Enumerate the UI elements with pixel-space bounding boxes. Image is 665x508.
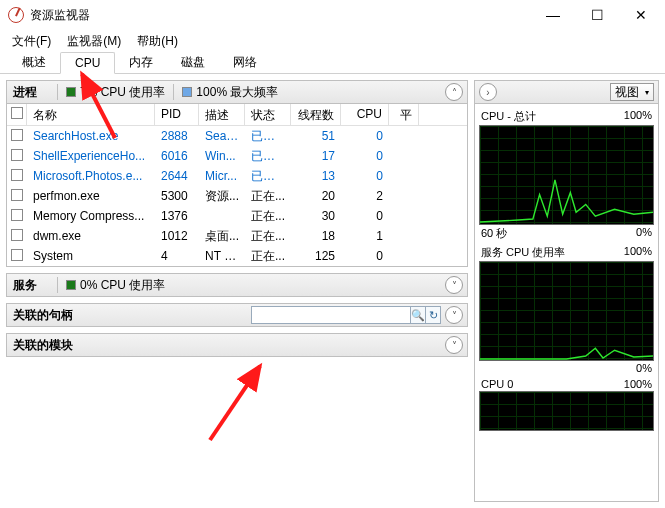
refresh-icon: ↻	[429, 309, 438, 322]
cell-pid: 1376	[155, 206, 199, 226]
chart-foot-right: 0%	[636, 362, 652, 374]
table-row[interactable]: System4NT K...正在...1250	[7, 246, 467, 266]
cell-status: 正在...	[245, 245, 291, 268]
cell-threads: 17	[291, 146, 341, 166]
cpu-usage-icon	[66, 87, 76, 97]
table-row[interactable]: dwm.exe1012桌面...正在...181	[7, 226, 467, 246]
handles-header[interactable]: 关联的句柄 🔍 ↻ ˅	[6, 303, 468, 327]
cell-name: Microsoft.Photos.e...	[27, 166, 155, 186]
tab-memory[interactable]: 内存	[115, 51, 167, 74]
services-title: 服务	[13, 277, 37, 294]
services-usage-icon	[66, 280, 76, 290]
table-row[interactable]: SearchHost.exe2888Sear...已暂停510	[7, 126, 467, 146]
charts-expand-button[interactable]: ›	[479, 83, 497, 101]
search-button[interactable]: 🔍	[411, 306, 426, 324]
cell-name: SearchHost.exe	[27, 126, 155, 146]
tab-network[interactable]: 网络	[219, 51, 271, 74]
title-bar: 资源监视器 — ☐ ✕	[0, 0, 665, 30]
cell-threads: 30	[291, 206, 341, 226]
cell-threads: 13	[291, 166, 341, 186]
row-checkbox[interactable]	[11, 209, 23, 221]
minimize-button[interactable]: —	[531, 0, 575, 30]
chart-max-label: 100%	[624, 109, 652, 124]
chart-title-label: CPU - 总计	[481, 109, 536, 124]
table-row[interactable]: Memory Compress...1376正在...300	[7, 206, 467, 226]
cell-cpu: 1	[341, 226, 389, 246]
cell-name: ShellExperienceHo...	[27, 146, 155, 166]
row-checkbox[interactable]	[11, 249, 23, 261]
chevron-down-icon: ˅	[452, 280, 457, 291]
chart-max-label: 100%	[624, 245, 652, 260]
cell-desc	[199, 213, 245, 219]
handles-collapse-button[interactable]: ˅	[445, 306, 463, 324]
cell-desc: NT K...	[199, 246, 245, 266]
close-button[interactable]: ✕	[619, 0, 663, 30]
col-pid[interactable]: PID	[155, 104, 199, 125]
col-name[interactable]: 名称	[27, 104, 155, 125]
refresh-button[interactable]: ↻	[426, 306, 441, 324]
cell-threads: 51	[291, 126, 341, 146]
chevron-down-icon: ˅	[452, 340, 457, 351]
col-cpu[interactable]: CPU	[341, 104, 389, 125]
cpu-maxfreq-label: 100% 最大频率	[196, 84, 278, 101]
chevron-right-icon: ›	[486, 87, 489, 98]
tab-bar: 概述 CPU 内存 磁盘 网络	[0, 52, 665, 74]
tab-disk[interactable]: 磁盘	[167, 51, 219, 74]
col-avg[interactable]: 平	[389, 104, 419, 125]
menu-help[interactable]: 帮助(H)	[129, 31, 186, 52]
cell-avg	[389, 253, 419, 259]
cell-avg	[389, 233, 419, 239]
chart-foot-left: 60 秒	[481, 226, 507, 241]
chart-cpu-total: CPU - 总计100% 60 秒0%	[479, 108, 654, 242]
maximize-button[interactable]: ☐	[575, 0, 619, 30]
dropdown-icon: ▾	[645, 88, 649, 97]
services-header[interactable]: 服务 0% CPU 使用率 ˅	[6, 273, 468, 297]
tab-cpu[interactable]: CPU	[60, 52, 115, 74]
chart-title-label: CPU 0	[481, 378, 513, 390]
row-checkbox[interactable]	[11, 149, 23, 161]
cell-pid: 4	[155, 246, 199, 266]
cell-cpu: 0	[341, 246, 389, 266]
cpu-maxfreq-icon	[182, 87, 192, 97]
cell-avg	[389, 133, 419, 139]
charts-toolbar: › 视图 ▾	[474, 80, 659, 104]
handles-search-input[interactable]	[251, 306, 411, 324]
table-row[interactable]: Microsoft.Photos.e...2644Micr...已暂停130	[7, 166, 467, 186]
col-threads[interactable]: 线程数	[291, 104, 341, 125]
cell-cpu: 0	[341, 126, 389, 146]
col-status[interactable]: 状态	[245, 104, 291, 125]
chart-foot-right: 0%	[636, 226, 652, 241]
processes-panel: 进程 7% CPU 使用率 100% 最大频率 ˄ 名称 PID 描述 状态 线…	[6, 80, 468, 267]
chart-cpu-0: CPU 0100%	[479, 377, 654, 431]
modules-header[interactable]: 关联的模块 ˅	[6, 333, 468, 357]
chart-cpu-service: 服务 CPU 使用率100% 0%	[479, 244, 654, 375]
cell-name: dwm.exe	[27, 226, 155, 246]
col-checkbox[interactable]	[7, 104, 27, 125]
chevron-up-icon: ˄	[452, 87, 457, 98]
services-collapse-button[interactable]: ˅	[445, 276, 463, 294]
table-row[interactable]: perfmon.exe5300资源...正在...202	[7, 186, 467, 206]
processes-collapse-button[interactable]: ˄	[445, 83, 463, 101]
row-checkbox[interactable]	[11, 229, 23, 241]
col-desc[interactable]: 描述	[199, 104, 245, 125]
row-checkbox[interactable]	[11, 189, 23, 201]
processes-header[interactable]: 进程 7% CPU 使用率 100% 最大频率 ˄	[6, 80, 468, 104]
cell-desc: Micr...	[199, 166, 245, 186]
chart-title-label: 服务 CPU 使用率	[481, 245, 565, 260]
cell-desc: Sear...	[199, 126, 245, 146]
modules-collapse-button[interactable]: ˅	[445, 336, 463, 354]
row-checkbox[interactable]	[11, 169, 23, 181]
cell-name: System	[27, 246, 155, 266]
cell-cpu: 0	[341, 146, 389, 166]
cell-pid: 5300	[155, 186, 199, 206]
cell-threads: 125	[291, 246, 341, 266]
services-usage-label: 0% CPU 使用率	[80, 277, 165, 294]
tab-overview[interactable]: 概述	[8, 51, 60, 74]
menu-file[interactable]: 文件(F)	[4, 31, 59, 52]
view-dropdown[interactable]: 视图 ▾	[610, 83, 654, 101]
cell-desc: 资源...	[199, 185, 245, 208]
table-row[interactable]: ShellExperienceHo...6016Win...已暂停170	[7, 146, 467, 166]
menu-monitor[interactable]: 监视器(M)	[59, 31, 129, 52]
row-checkbox[interactable]	[11, 129, 23, 141]
cell-desc: 桌面...	[199, 225, 245, 248]
